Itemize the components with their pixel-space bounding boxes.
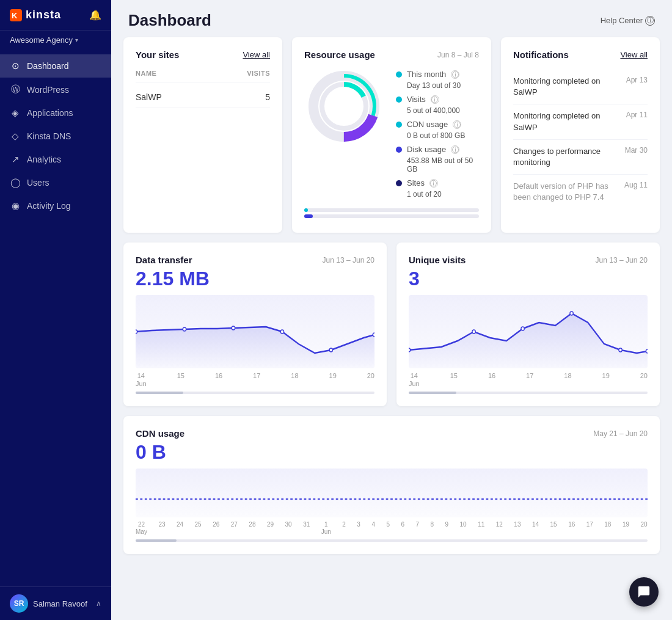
xaxis-item: 16 bbox=[215, 372, 222, 388]
sidebar-item-applications[interactable]: ◈ Applications bbox=[0, 101, 111, 125]
sidebar-item-dashboard[interactable]: ⊙ Dashboard bbox=[0, 54, 111, 78]
notifications-list: Monitoring completed on SalWP Apr 13 Mon… bbox=[513, 70, 648, 210]
kinsta-logo-icon: K bbox=[10, 9, 22, 21]
agency-selector[interactable]: Awesome Agency ▾ bbox=[0, 31, 111, 49]
stat-label-sites: Sites bbox=[407, 178, 425, 188]
svg-point-14 bbox=[472, 330, 475, 334]
notif-header-1: Monitoring completed on SalWP Apr 11 bbox=[513, 111, 648, 133]
stat-label-month: This month bbox=[407, 70, 446, 79]
svg-point-17 bbox=[619, 348, 622, 352]
unique-visits-date: Jun 13 – Jun 20 bbox=[596, 256, 648, 264]
resource-stats: This month ⓘ Day 13 out of 30 Visits ⓘ 5… bbox=[396, 70, 479, 201]
svg-point-16 bbox=[570, 312, 573, 315]
xaxis-item: 19 bbox=[602, 372, 610, 388]
unique-visits-chart-area bbox=[409, 295, 648, 368]
resource-card-title: Resource usage bbox=[304, 49, 375, 60]
xaxis-cdn: 22May bbox=[136, 521, 147, 536]
sidebar-item-kinsta-dns[interactable]: ◇ Kinsta DNS bbox=[0, 125, 111, 148]
stat-detail-visits: 5 out of 400,000 bbox=[407, 106, 479, 115]
users-icon: ◯ bbox=[10, 177, 21, 188]
data-transfer-date: Jun 13 – Jun 20 bbox=[323, 256, 374, 264]
sites-table: NAME VISITS SalWP 5 bbox=[136, 70, 270, 108]
donut-svg bbox=[307, 70, 381, 143]
notifications-view-all[interactable]: View all bbox=[620, 50, 648, 59]
dashboard-content: Your sites View all NAME VISITS SalWP 5 bbox=[111, 37, 672, 576]
svg-point-10 bbox=[280, 330, 283, 334]
xaxis-cdn: 25 bbox=[195, 521, 202, 536]
page-title: Dashboard bbox=[128, 11, 211, 30]
chat-button[interactable] bbox=[629, 577, 659, 607]
nav-label-dashboard: Dashboard bbox=[27, 61, 69, 71]
nav-label-applications: Applications bbox=[27, 108, 73, 118]
kinsta-logo: K kinsta bbox=[10, 9, 61, 21]
bell-icon[interactable]: 🔔 bbox=[89, 9, 101, 21]
cdn-xaxis: 22May 23 24 25 26 27 28 29 30 31 1Jun 2 … bbox=[136, 517, 648, 537]
info-icon-month[interactable]: ⓘ bbox=[451, 70, 459, 79]
stat-cdn: CDN usage ⓘ bbox=[396, 120, 479, 129]
agency-name: Awesome Agency bbox=[10, 35, 73, 45]
stat-visits: Visits ⓘ bbox=[396, 95, 479, 104]
notif-date-2: Mar 30 bbox=[625, 146, 648, 155]
cdn-usage-card: CDN usage May 21 – Jun 20 0 B 22 bbox=[123, 416, 660, 554]
nav-label-kinsta-dns: Kinsta DNS bbox=[27, 131, 71, 141]
scroll-bar[interactable] bbox=[136, 392, 374, 394]
sidebar-item-analytics[interactable]: ↗ Analytics bbox=[0, 148, 111, 171]
info-icon-cdn[interactable]: ⓘ bbox=[453, 120, 461, 129]
applications-icon: ◈ bbox=[10, 108, 21, 119]
stat-this-month: This month ⓘ bbox=[396, 70, 479, 79]
xaxis-cdn: 26 bbox=[213, 521, 219, 536]
progress-fill-disk bbox=[304, 214, 313, 218]
xaxis-cdn: 4 bbox=[371, 521, 375, 536]
user-name: Salman Ravoof bbox=[33, 599, 87, 608]
notif-date-1: Apr 11 bbox=[626, 111, 648, 119]
xaxis-cdn: 10 bbox=[460, 521, 467, 536]
chat-icon bbox=[637, 585, 651, 599]
sites-table-header: NAME VISITS bbox=[136, 70, 270, 82]
xaxis-item: 15 bbox=[177, 372, 184, 388]
svg-point-11 bbox=[329, 348, 332, 352]
cdn-title: CDN usage bbox=[136, 428, 184, 439]
xaxis-cdn: 20 bbox=[641, 521, 648, 536]
help-center-link[interactable]: Help Center ⓘ bbox=[601, 16, 655, 26]
notif-header-2: Changes to performance monitoring Mar 30 bbox=[513, 146, 648, 168]
sidebar-item-users[interactable]: ◯ Users bbox=[0, 171, 111, 194]
notif-item-2: Changes to performance monitoring Mar 30 bbox=[513, 140, 648, 175]
stat-dot-sites bbox=[396, 180, 402, 186]
xaxis-cdn: 9 bbox=[445, 521, 449, 536]
logo-text: kinsta bbox=[26, 9, 61, 21]
xaxis-cdn: 16 bbox=[568, 521, 575, 536]
notif-header-3: Default version of PHP has been changed … bbox=[513, 181, 648, 203]
xaxis-item: 18 bbox=[564, 372, 571, 388]
xaxis-cdn: 11 bbox=[478, 521, 484, 536]
cdn-scroll-bar[interactable] bbox=[136, 539, 648, 542]
xaxis-cdn: 28 bbox=[249, 521, 255, 536]
sidebar-item-activity-log[interactable]: ◉ Activity Log bbox=[0, 194, 111, 217]
sites-row-0[interactable]: SalWP 5 bbox=[136, 87, 270, 108]
scroll-bar-visits[interactable] bbox=[409, 392, 648, 394]
dns-icon: ◇ bbox=[10, 131, 21, 142]
nav-label-activity-log: Activity Log bbox=[27, 201, 71, 211]
stat-detail-sites: 1 out of 20 bbox=[407, 190, 479, 199]
nav-label-users: Users bbox=[27, 178, 49, 188]
xaxis-item: 14Jun bbox=[136, 372, 147, 388]
xaxis-item: 16 bbox=[488, 372, 495, 388]
user-info: SR Salman Ravoof bbox=[10, 594, 87, 613]
svg-point-18 bbox=[646, 349, 648, 353]
info-icon-disk[interactable]: ⓘ bbox=[451, 145, 459, 154]
sites-view-all[interactable]: View all bbox=[243, 50, 270, 59]
col-visits: VISITS bbox=[247, 70, 270, 77]
expand-icon[interactable]: ∧ bbox=[96, 599, 101, 608]
notif-date-3: Aug 11 bbox=[624, 181, 648, 189]
data-transfer-card: Data transfer Jun 13 – Jun 20 2.15 MB bbox=[123, 243, 387, 406]
sidebar-item-wordpress[interactable]: Ⓦ WordPress bbox=[0, 78, 111, 101]
info-icon-visits[interactable]: ⓘ bbox=[431, 95, 439, 104]
svg-point-13 bbox=[409, 348, 411, 352]
svg-point-15 bbox=[521, 327, 524, 330]
info-icon-sites[interactable]: ⓘ bbox=[429, 179, 438, 188]
sidebar: K kinsta 🔔 Awesome Agency ▾ ⊙ Dashboard … bbox=[0, 0, 111, 620]
stat-dot-cdn bbox=[396, 122, 402, 128]
xaxis-cdn: 12 bbox=[496, 521, 503, 536]
scroll-thumb-visits bbox=[409, 392, 456, 394]
site-visits: 5 bbox=[265, 92, 270, 102]
notif-date-0: Apr 13 bbox=[626, 76, 648, 84]
